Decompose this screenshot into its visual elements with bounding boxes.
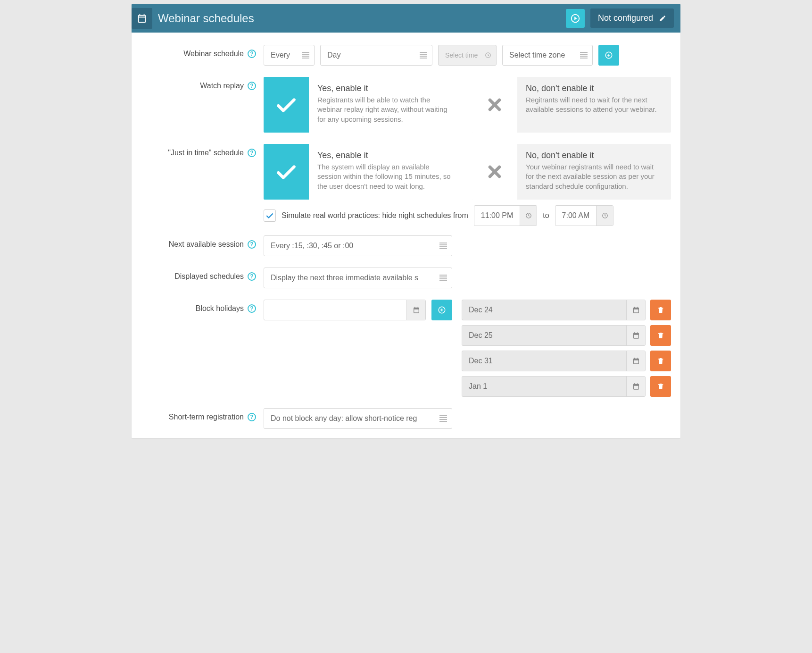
holiday-date[interactable]: Jan 1	[462, 376, 646, 397]
svg-rect-28	[439, 419, 447, 420]
svg-rect-3	[302, 56, 309, 57]
menu-icon	[580, 52, 588, 59]
svg-rect-1	[302, 52, 309, 53]
frequency-select[interactable]: Every	[264, 45, 315, 66]
svg-rect-29	[439, 421, 447, 422]
svg-rect-7	[420, 56, 427, 57]
clock-icon	[596, 206, 613, 226]
delete-holiday-button[interactable]	[650, 351, 671, 371]
jit-option-no[interactable]: No, don't enable it Your webinar registr…	[472, 144, 671, 200]
clock-icon	[520, 206, 537, 226]
calendar-icon	[626, 351, 645, 371]
calendar-icon	[626, 377, 645, 396]
label-short-term: Short-term registration	[169, 413, 244, 421]
simulate-text: Simulate real world practices: hide nigh…	[282, 211, 468, 220]
svg-rect-26	[439, 415, 447, 416]
clock-icon	[485, 52, 491, 59]
label-next-session: Next available session	[169, 240, 244, 249]
replay-option-yes[interactable]: Yes, enable it Registrants will be able …	[264, 77, 463, 133]
svg-rect-19	[439, 246, 447, 247]
status-text: Not configured	[598, 13, 653, 23]
delete-holiday-button[interactable]	[650, 300, 671, 320]
svg-rect-23	[439, 278, 447, 279]
timezone-select[interactable]: Select time zone	[502, 45, 593, 66]
svg-rect-24	[439, 280, 447, 281]
menu-icon	[302, 52, 309, 59]
close-icon	[472, 77, 517, 133]
svg-rect-6	[420, 54, 427, 55]
label-displayed-schedules: Displayed schedules	[174, 272, 244, 281]
check-icon	[264, 77, 309, 133]
svg-rect-10	[580, 52, 588, 53]
help-icon[interactable]: ?	[248, 272, 256, 281]
row-watch-replay: Watch replay ? Yes, enable it Registrant…	[141, 77, 671, 133]
menu-icon	[439, 415, 447, 422]
night-from-input[interactable]: 11:00 PM	[474, 205, 537, 226]
svg-rect-5	[420, 52, 427, 53]
unit-select[interactable]: Day	[320, 45, 432, 66]
svg-rect-21	[439, 275, 447, 276]
panel-body: Webinar schedule ? Every Day Sele	[132, 33, 680, 438]
simulate-row: Simulate real world practices: hide nigh…	[264, 205, 671, 226]
calendar-icon	[132, 8, 152, 29]
row-next-session: Next available session ? Every :15, :30,…	[141, 235, 671, 256]
delete-holiday-button[interactable]	[650, 376, 671, 397]
displayed-schedules-select[interactable]: Display the next three immediate availab…	[264, 268, 452, 288]
night-to-input[interactable]: 7:00 AM	[555, 205, 614, 226]
menu-icon	[420, 52, 427, 59]
holiday-row: Dec 24	[462, 300, 671, 320]
menu-icon	[439, 243, 447, 249]
calendar-icon	[626, 326, 645, 345]
play-button[interactable]	[566, 9, 585, 28]
svg-rect-20	[439, 248, 447, 249]
holiday-date[interactable]: Dec 24	[462, 300, 646, 320]
time-select[interactable]: Select time	[438, 45, 497, 66]
svg-rect-2	[302, 54, 309, 55]
panel-header: Webinar schedules Not configured	[132, 4, 680, 33]
panel-title: Webinar schedules	[158, 12, 560, 25]
row-jit: "Just in time" schedule ? Yes, enable it…	[141, 144, 671, 200]
svg-rect-4	[302, 58, 309, 59]
row-displayed-schedules: Displayed schedules ? Display the next t…	[141, 268, 671, 288]
svg-rect-18	[439, 244, 447, 245]
menu-icon	[439, 275, 447, 281]
help-icon[interactable]: ?	[248, 240, 256, 249]
holiday-row: Jan 1	[462, 376, 671, 397]
svg-rect-13	[580, 58, 588, 59]
label-watch-replay: Watch replay	[200, 82, 244, 90]
svg-rect-27	[439, 417, 447, 418]
replay-option-no[interactable]: No, don't enable it Regitrants will need…	[472, 77, 671, 133]
svg-rect-22	[439, 276, 447, 277]
svg-rect-11	[580, 54, 588, 55]
simulate-checkbox[interactable]	[264, 209, 276, 222]
short-term-select[interactable]: Do not block any day: allow short-notice…	[264, 408, 452, 429]
delete-holiday-button[interactable]	[650, 325, 671, 346]
label-block-holidays: Block holidays	[196, 304, 244, 313]
to-word: to	[543, 211, 549, 220]
holiday-date[interactable]: Dec 31	[462, 351, 646, 371]
close-icon	[472, 144, 517, 200]
webinar-schedules-panel: Webinar schedules Not configured Webinar…	[132, 4, 680, 438]
label-webinar-schedule: Webinar schedule	[183, 50, 244, 58]
help-icon[interactable]: ?	[248, 413, 256, 421]
holiday-date[interactable]: Dec 25	[462, 325, 646, 346]
help-icon[interactable]: ?	[248, 50, 256, 58]
holiday-date-input[interactable]	[264, 300, 426, 320]
holiday-list: Dec 24Dec 25Dec 31Jan 1	[462, 300, 671, 397]
calendar-icon	[626, 300, 645, 320]
help-icon[interactable]: ?	[248, 82, 256, 90]
svg-rect-8	[420, 58, 427, 59]
help-icon[interactable]: ?	[248, 149, 256, 157]
help-icon[interactable]: ?	[248, 304, 256, 313]
svg-rect-17	[439, 243, 447, 243]
status-pill[interactable]: Not configured	[590, 8, 674, 28]
label-jit: "Just in time" schedule	[168, 149, 244, 157]
add-holiday-button[interactable]	[431, 300, 452, 320]
jit-option-yes[interactable]: Yes, enable it The system will display a…	[264, 144, 463, 200]
holiday-row: Dec 31	[462, 351, 671, 371]
add-schedule-button[interactable]	[598, 45, 619, 66]
row-block-holidays: Block holidays ?	[141, 300, 671, 397]
row-short-term: Short-term registration ? Do not block a…	[141, 408, 671, 429]
next-session-select[interactable]: Every :15, :30, :45 or :00	[264, 235, 452, 256]
holiday-row: Dec 25	[462, 325, 671, 346]
